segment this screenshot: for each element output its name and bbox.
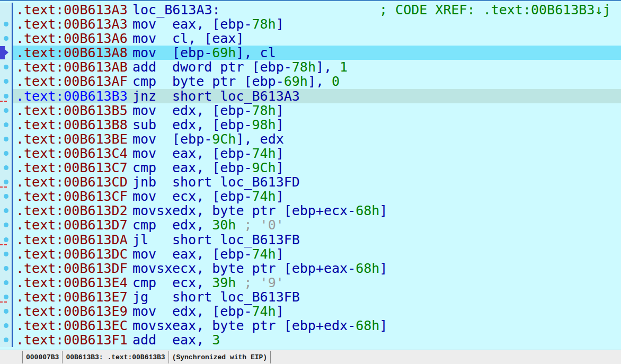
operand: 9Ch [212, 131, 236, 147]
disasm-text[interactable]: .text:00B613CFmovecx, [ebp-74h] [13, 189, 621, 203]
listing-margin[interactable] [0, 333, 13, 347]
disasm-text[interactable]: .text:00B613C7cmpeax, [ebp-9Ch] [13, 161, 621, 175]
item-dot-icon [4, 208, 8, 213]
mnemonic: mov [132, 189, 172, 203]
disasm-line[interactable]: .text:00B613B5movedx, [ebp-78h] [0, 103, 621, 118]
listing-margin[interactable] [0, 74, 13, 88]
disasm-text[interactable]: .text:00B613F1addeax, 3 [13, 333, 621, 347]
operand: short loc_B613A3 [172, 88, 300, 104]
disasm-line[interactable]: .text:00B613E4cmpecx, 39h ; '9' [0, 276, 621, 290]
disasm-text[interactable]: .text:00B613DFmovsxecx, byte ptr [ebp+ea… [13, 261, 621, 276]
listing-margin[interactable] [0, 118, 13, 132]
item-dot-icon [4, 79, 8, 84]
disasm-line[interactable]: .text:00B613BEmov[ebp-9Ch], edx [0, 132, 621, 146]
listing-margin[interactable] [0, 261, 13, 276]
disasm-line[interactable]: .text:00B613A3moveax, [ebp-78h] [0, 17, 621, 31]
operand: short loc_B613FD [172, 174, 300, 190]
listing-margin[interactable] [0, 46, 13, 60]
listing-margin[interactable] [0, 103, 13, 118]
listing-margin[interactable] [0, 146, 13, 161]
jump-dash-icon [0, 101, 7, 102]
listing-margin[interactable] [0, 218, 13, 232]
listing-margin[interactable] [0, 318, 13, 333]
listing-margin[interactable] [0, 175, 13, 189]
listing-margin[interactable] [0, 17, 13, 31]
disasm-line[interactable]: .text:00B613C7cmpeax, [ebp-9Ch] [0, 161, 621, 175]
disasm-line[interactable]: .text:00B613D7cmpedx, 30h ; '0' [0, 218, 621, 232]
disasm-line[interactable]: .text:00B613B3jnzshort loc_B613A3 [0, 89, 621, 103]
disasm-text[interactable]: .text:00B613ECmovsxeax, byte ptr [ebp+ed… [13, 318, 621, 333]
disasm-text[interactable]: .text:00B613A3loc_B613A3:; CODE XREF: .t… [13, 3, 621, 17]
disassembly-listing[interactable]: .text:00B613A3loc_B613A3:; CODE XREF: .t… [0, 0, 621, 350]
listing-margin[interactable] [0, 132, 13, 146]
item-dot-icon [4, 137, 8, 141]
item-dot-icon [4, 323, 8, 328]
disasm-line[interactable]: .text:00B613E7jgshort loc_B613FB [0, 290, 621, 304]
disasm-text[interactable]: .text:00B613CDjnbshort loc_B613FD [13, 175, 621, 189]
listing-margin[interactable] [0, 233, 13, 247]
item-dot-icon [4, 237, 8, 242]
disasm-line[interactable]: .text:00B613A3loc_B613A3:; CODE XREF: .t… [0, 3, 621, 17]
disasm-line[interactable]: .text:00B613E9movedx, [ebp-74h] [0, 304, 621, 318]
operand: 1 [340, 59, 348, 75]
disasm-text[interactable]: .text:00B613C4moveax, [ebp-74h] [13, 146, 621, 161]
listing-margin[interactable] [0, 3, 13, 17]
listing-margin[interactable] [0, 189, 13, 203]
disasm-line[interactable]: .text:00B613F1addeax, 3 [0, 333, 621, 347]
disasm-line[interactable]: .text:00B613DFmovsxecx, byte ptr [ebp+ea… [0, 261, 621, 276]
mnemonic: movsx [132, 261, 172, 276]
disasm-line[interactable]: .text:00B613DAjlshort loc_B613FB [0, 233, 621, 247]
disasm-text[interactable]: .text:00B613E4cmpecx, 39h ; '9' [13, 276, 621, 290]
disasm-text[interactable]: .text:00B613DAjlshort loc_B613FB [13, 233, 621, 247]
listing-margin[interactable] [0, 290, 13, 304]
disasm-line[interactable]: .text:00B613ECmovsxeax, byte ptr [ebp+ed… [0, 318, 621, 333]
listing-margin[interactable] [0, 203, 13, 218]
item-dot-icon [4, 223, 8, 227]
disasm-line[interactable]: .text:00B613A8mov[ebp-69h], cl [0, 46, 621, 60]
disasm-line[interactable]: .text:00B613CDjnbshort loc_B613FD [0, 175, 621, 189]
disasm-text[interactable]: .text:00B613B3jnzshort loc_B613A3 [13, 89, 621, 103]
disasm-text[interactable]: .text:00B613E9movedx, [ebp-74h] [13, 304, 621, 318]
listing-margin[interactable] [0, 276, 13, 290]
operand: ] [379, 203, 387, 218]
disasm-line[interactable]: .text:00B613ABadddword ptr [ebp-78h], 1 [0, 60, 621, 74]
mnemonic: add [132, 333, 172, 347]
address: .text:00B613CF [13, 189, 132, 203]
item-dot-icon [4, 65, 8, 69]
disasm-text[interactable]: .text:00B613ABadddword ptr [ebp-78h], 1 [13, 60, 621, 74]
address: .text:00B613A6 [13, 31, 132, 46]
disasm-text[interactable]: .text:00B613D7cmpedx, 30h ; '0' [13, 218, 621, 232]
disasm-text[interactable]: .text:00B613BEmov[ebp-9Ch], edx [13, 132, 621, 146]
listing-margin[interactable] [0, 247, 13, 261]
item-dot-icon [4, 36, 8, 41]
item-dot-icon [4, 266, 8, 271]
listing-margin[interactable] [0, 31, 13, 46]
listing-margin[interactable] [0, 161, 13, 175]
disasm-text[interactable]: .text:00B613AFcmpbyte ptr [ebp-69h], 0 [13, 74, 621, 88]
disasm-line[interactable]: .text:00B613D2movsxedx, byte ptr [ebp+ec… [0, 203, 621, 218]
disasm-text[interactable]: .text:00B613A6movcl, [eax] [13, 31, 621, 46]
disasm-text[interactable]: .text:00B613D2movsxedx, byte ptr [ebp+ec… [13, 203, 621, 218]
disasm-text[interactable]: .text:00B613E7jgshort loc_B613FB [13, 290, 621, 304]
disasm-text[interactable]: .text:00B613B5movedx, [ebp-78h] [13, 103, 621, 118]
disasm-line[interactable]: .text:00B613B8subedx, [ebp-98h] [0, 118, 621, 132]
operand: ] [276, 160, 284, 175]
listing-margin[interactable] [0, 89, 13, 103]
disasm-line[interactable]: .text:00B613A6movcl, [eax] [0, 31, 621, 46]
listing-margin[interactable] [0, 304, 13, 318]
address: .text:00B613E9 [13, 304, 132, 318]
operand: edx, [ebp- [172, 117, 252, 132]
disasm-line[interactable]: .text:00B613DCmoveax, [ebp-74h] [0, 247, 621, 261]
operand: 69h [212, 45, 236, 60]
disasm-line[interactable]: .text:00B613AFcmpbyte ptr [ebp-69h], 0 [0, 74, 621, 88]
disasm-text[interactable]: .text:00B613B8subedx, [ebp-98h] [13, 118, 621, 132]
disasm-line[interactable]: .text:00B613CFmovecx, [ebp-74h] [0, 189, 621, 203]
operand: 3 [212, 332, 220, 348]
listing-margin[interactable] [0, 60, 13, 74]
disasm-text[interactable]: .text:00B613A3moveax, [ebp-78h] [13, 17, 621, 31]
disasm-line[interactable]: .text:00B613C4moveax, [ebp-74h] [0, 146, 621, 161]
operand: 68h [356, 318, 379, 333]
disasm-text[interactable]: .text:00B613A8mov[ebp-69h], cl [13, 46, 621, 60]
operand: ] [276, 117, 284, 132]
disasm-text[interactable]: .text:00B613DCmoveax, [ebp-74h] [13, 247, 621, 261]
